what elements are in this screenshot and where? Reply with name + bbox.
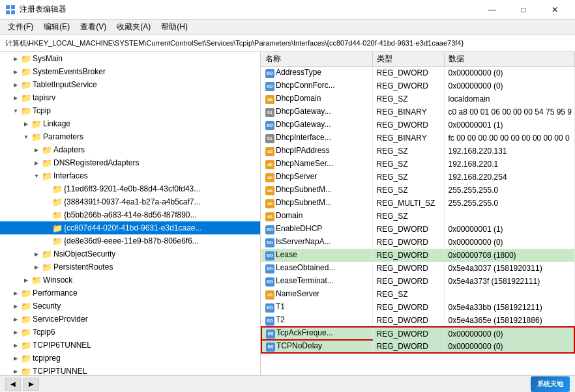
tree-item[interactable]: ▶📁DNSRegisteredAdapters — [0, 156, 260, 169]
registry-row[interactable]: 00LeaseObtained...REG_DWORD0x5e4a3037 (1… — [261, 262, 574, 275]
tree-item-label: {de8e36d9-eeee-11e9-b87b-806e6f6... — [64, 236, 199, 245]
registry-row[interactable]: 00EnableDHCPREG_DWORD0x00000001 (1) — [261, 223, 574, 236]
registry-row[interactable]: 00IsServerNapA...REG_DWORD0x00000000 (0) — [261, 236, 574, 249]
registry-row[interactable]: abDhcpIPAddressREG_SZ192.168.220.131 — [261, 145, 574, 158]
tree-item[interactable]: ▼📁Parameters — [0, 130, 260, 143]
tree-expand-icon: ▶ — [10, 326, 21, 339]
tree-item-label: SystemEventsBroker — [33, 67, 106, 76]
tree-item[interactable]: ▶📁SysMain — [0, 52, 260, 65]
tree-item[interactable]: ▶📁Tcpip6 — [0, 326, 260, 339]
registry-row[interactable]: 00AddressTypeREG_DWORD0x00000000 (0) — [261, 66, 574, 79]
registry-type: REG_DWORD — [372, 66, 444, 79]
registry-row[interactable]: 00LeaseTerminat...REG_DWORD0x5e4a373f (1… — [261, 275, 574, 288]
registry-row[interactable]: 00DhcpGateway...REG_DWORD0x00000001 (1) — [261, 119, 574, 132]
address-bar: 计算机\HKEY_LOCAL_MACHINE\SYSTEM\CurrentCon… — [0, 35, 575, 52]
registry-data — [444, 288, 574, 301]
registry-name: abDhcpDomain — [261, 92, 372, 105]
tree-expand-icon: ▶ — [31, 247, 42, 260]
registry-row[interactable]: abDhcpSubnetM...REG_SZ255.255.255.0 — [261, 184, 574, 197]
tree-item[interactable]: ▶📁TCPIP6TUNNEL — [0, 339, 260, 352]
tree-item[interactable]: ▶📁TabletInputService — [0, 78, 260, 91]
tree-item[interactable]: ▶📁Performance — [0, 287, 260, 300]
registry-row[interactable]: 00LeaseREG_DWORD0x00000708 (1800) — [261, 249, 574, 262]
tree-item-label: {cc807d44-020f-41bd-9631-e3d1caae... — [64, 223, 202, 232]
nav-forward-button[interactable]: ▶ — [23, 378, 39, 391]
registry-data: 0x00000000 (0) — [444, 66, 574, 79]
tree-item-label: Parameters — [43, 132, 83, 141]
tree-item[interactable]: ▶📁Winsock — [0, 273, 260, 287]
registry-row[interactable]: 00TcpAckFreque...REG_DWORD0x00000000 (0) — [261, 327, 574, 340]
col-name: 名称 — [261, 52, 372, 66]
tree-expand-icon: ▶ — [21, 273, 31, 287]
menu-item-E[interactable]: 编辑(E) — [38, 20, 75, 35]
maximize-button[interactable]: □ — [509, 0, 538, 20]
registry-row[interactable]: 00TCPNoDelayREG_DWORD0x00000000 (0) — [261, 340, 574, 353]
registry-data: 0x00000000 (0) — [444, 327, 574, 340]
tree-item-label: PersistentRoutes — [53, 262, 113, 272]
registry-row[interactable]: 00T1REG_DWORD0x5e4a33bb (1581921211) — [261, 301, 574, 314]
registry-row[interactable]: 01DhcpGateway...REG_BINARYc0 a8 00 01 06… — [261, 105, 574, 119]
registry-row[interactable]: abNameServerREG_SZ — [261, 288, 574, 301]
tree-panel: ▶📁SysMain▶📁SystemEventsBroker▶📁TabletInp… — [0, 52, 261, 375]
registry-row[interactable]: abDhcpNameSer...REG_SZ192.168.220.1 — [261, 158, 574, 171]
minimize-button[interactable]: — — [477, 0, 507, 20]
tree-item[interactable]: ▶📁PersistentRoutes — [0, 260, 260, 273]
registry-row[interactable]: 01DhcpInterface...REG_BINARYfc 00 00 00 … — [261, 132, 574, 145]
tree-item[interactable]: 📁{11ed6ff3-9201-4e0b-88d4-43cf0fd43... — [0, 182, 260, 195]
svg-rect-0 — [6, 5, 10, 9]
tree-expand-icon — [42, 195, 52, 208]
folder-icon: 📁 — [52, 184, 63, 194]
registry-row[interactable]: abDomainREG_SZ — [261, 210, 574, 223]
registry-name: 00EnableDHCP — [261, 223, 372, 236]
tree-item[interactable]: ▼📁Tcpip — [0, 104, 260, 117]
tree-item[interactable]: ▶📁NsiObjectSecurity — [0, 247, 260, 260]
tree-item[interactable]: ▶📁Adapters — [0, 143, 260, 156]
tree-expand-icon: ▶ — [10, 352, 21, 365]
registry-data: 0x00000000 (0) — [444, 340, 574, 353]
registry-row[interactable]: abDhcpDomainREG_SZlocaldomain — [261, 92, 574, 105]
registry-row[interactable]: abDhcpSubnetM...REG_MULTI_SZ255.255.255.… — [261, 197, 574, 210]
tree-item[interactable]: 📁{de8e36d9-eeee-11e9-b87b-806e6f6... — [0, 234, 260, 247]
tree-item[interactable]: ▶📁Linkage — [0, 117, 260, 130]
registry-name: abDhcpNameSer... — [261, 158, 372, 171]
tree-item-label: ServiceProvider — [33, 315, 88, 324]
registry-data — [444, 210, 574, 223]
tree-item[interactable]: ▶📁tcpipreg — [0, 352, 260, 365]
registry-type: REG_DWORD — [372, 340, 444, 353]
menu-item-A[interactable]: 收藏夹(A) — [111, 20, 156, 35]
registry-type: REG_BINARY — [372, 132, 444, 145]
registry-type: REG_SZ — [372, 92, 444, 105]
tree-item[interactable]: ▶📁SystemEventsBroker — [0, 65, 260, 78]
registry-name: 00LeaseTerminat... — [261, 275, 372, 288]
tree-item-label: TabletInputService — [33, 80, 97, 89]
registry-row[interactable]: 00DhcpConnForc...REG_DWORD0x00000000 (0) — [261, 79, 574, 92]
menu-item-H[interactable]: 帮助(H) — [156, 20, 193, 35]
registry-data: 255.255.255.0 — [444, 184, 574, 197]
tree-expand-icon: ▶ — [10, 313, 21, 326]
menu-item-F[interactable]: 文件(F) — [3, 20, 38, 35]
tree-item[interactable]: ▶📁tapisrv — [0, 91, 260, 104]
close-button[interactable]: ✕ — [540, 0, 570, 20]
tree-item[interactable]: ▼📁Interfaces — [0, 169, 260, 182]
registry-row[interactable]: abDhcpServerREG_SZ192.168.220.254 — [261, 171, 574, 184]
registry-name: 00IsServerNapA... — [261, 236, 372, 249]
registry-name: 00TCPNoDelay — [261, 340, 372, 353]
folder-icon: 📁 — [21, 327, 31, 337]
tree-item[interactable]: 📁{3884391f-0937-4ea1-b27a-a4b5caf7... — [0, 195, 260, 208]
registry-row[interactable]: 00T2REG_DWORD0x5e4a365e (1581921886) — [261, 314, 574, 327]
registry-data: 192.168.220.131 — [444, 145, 574, 158]
tree-item[interactable]: ▶📁TCPIPTUNNEL — [0, 365, 260, 375]
tree-item[interactable]: ▶📁Security — [0, 300, 260, 313]
menu-bar: 文件(F)编辑(E)查看(V)收藏夹(A)帮助(H) — [0, 20, 575, 35]
nav-back-button[interactable]: ◀ — [5, 378, 21, 391]
registry-type: REG_DWORD — [372, 79, 444, 92]
tree-item[interactable]: 📁{b5bb266b-a683-414e-8d56-f87f890... — [0, 208, 260, 221]
folder-icon: 📁 — [42, 262, 52, 272]
tree-expand-icon: ▶ — [10, 78, 21, 91]
tree-item[interactable]: 📁{cc807d44-020f-41bd-9631-e3d1caae... — [0, 221, 260, 234]
menu-item-V[interactable]: 查看(V) — [75, 20, 111, 35]
registry-type: REG_SZ — [372, 171, 444, 184]
tree-expand-icon — [42, 221, 52, 234]
tree-item[interactable]: ▶📁ServiceProvider — [0, 313, 260, 326]
address-path: 计算机\HKEY_LOCAL_MACHINE\SYSTEM\CurrentCon… — [5, 38, 464, 48]
